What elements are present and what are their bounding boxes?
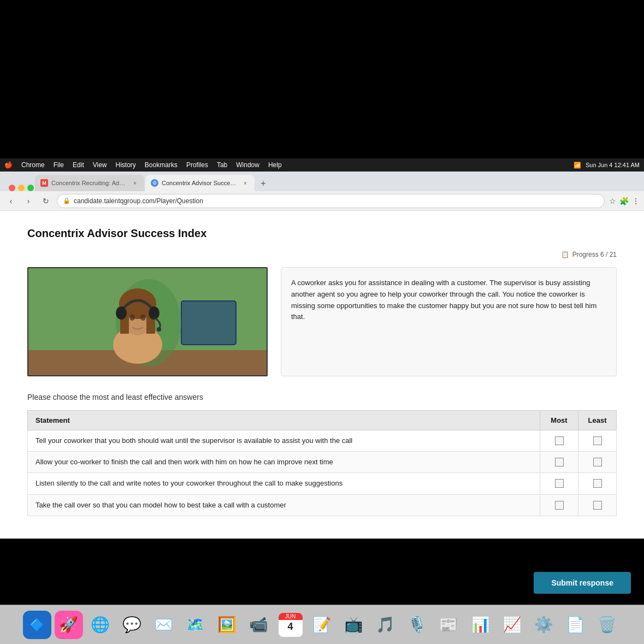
word-icon[interactable]: 📄 — [562, 611, 590, 639]
finder-icon[interactable]: 🔷 — [23, 611, 51, 639]
menu-tab[interactable]: Tab — [217, 161, 227, 169]
most-checkbox-2[interactable] — [555, 479, 564, 488]
most-checkbox-0[interactable] — [555, 436, 564, 445]
most-cell-1[interactable] — [540, 452, 578, 473]
notes-icon[interactable]: 📝 — [308, 611, 336, 639]
calendar-icon[interactable]: JUN 4 — [276, 611, 305, 639]
table-row: Listen silently to the call and write no… — [28, 473, 617, 494]
maps-icon[interactable]: 🗺️ — [181, 611, 210, 639]
gmail-tab-icon: M — [40, 179, 48, 187]
keynote-icon[interactable]: 📈 — [498, 611, 527, 639]
svg-point-12 — [157, 327, 161, 332]
scenario-area: A coworker asks you for assistance in de… — [27, 267, 617, 376]
maximize-dot[interactable] — [27, 185, 34, 191]
gmail-tab-label: Concentrix Recruiting: Advanc... — [51, 180, 128, 186]
menu-view[interactable]: View — [93, 161, 107, 169]
least-cell-0[interactable] — [578, 430, 617, 452]
concentrix-tab-close[interactable]: × — [241, 179, 249, 187]
messages-icon[interactable]: 💬 — [118, 611, 146, 639]
menu-bookmarks[interactable]: Bookmarks — [145, 161, 178, 169]
progress-text: Progress 6 / 21 — [572, 251, 617, 258]
svg-point-13 — [129, 314, 135, 321]
most-checkbox-3[interactable] — [555, 501, 564, 510]
minimize-dot[interactable] — [18, 185, 25, 191]
address-bar: ‹ › ↻ 🔒 candidate.talentqgroup.com/Playe… — [0, 191, 644, 211]
instructions-text: Please choose the most and least effecti… — [27, 393, 617, 401]
submit-button[interactable]: Submit response — [534, 572, 631, 594]
statement-cell-1: Allow your co-worker to finish the call … — [28, 452, 540, 473]
menu-profiles[interactable]: Profiles — [186, 161, 208, 169]
most-cell-3[interactable] — [540, 494, 578, 516]
menu-edit[interactable]: Edit — [73, 161, 84, 169]
lock-icon: 🔒 — [63, 197, 70, 204]
menu-icon[interactable]: ⋮ — [632, 197, 640, 205]
gmail-tab-close[interactable]: × — [131, 179, 139, 187]
response-table: Statement Most Least Tell your coworker … — [27, 410, 617, 516]
scenario-image-visual — [28, 268, 267, 375]
extension-icon[interactable]: 🧩 — [619, 197, 629, 205]
least-checkbox-1[interactable] — [593, 458, 602, 466]
table-row: Take the call over so that you can model… — [28, 494, 617, 516]
close-dot[interactable] — [9, 185, 15, 191]
back-button[interactable]: ‹ — [4, 194, 17, 208]
table-row: Tell your coworker that you both should … — [28, 430, 617, 452]
facetime-icon[interactable]: 📹 — [245, 611, 273, 639]
svg-rect-2 — [181, 301, 236, 345]
news-icon[interactable]: 📰 — [435, 611, 463, 639]
svg-point-10 — [116, 306, 127, 320]
menu-bar-right: 📶 Sun Jun 4 12:41 AM — [574, 162, 640, 169]
progress-indicator: 📋 Progress 6 / 21 — [27, 251, 617, 258]
menu-help[interactable]: Help — [268, 161, 282, 169]
photos-icon[interactable]: 🖼️ — [213, 611, 241, 639]
tab-gmail[interactable]: M Concentrix Recruiting: Advanc... × — [35, 175, 144, 191]
url-bar[interactable]: 🔒 candidate.talentqgroup.com/Player/Ques… — [57, 194, 605, 208]
most-checkbox-1[interactable] — [555, 458, 564, 466]
svg-point-14 — [140, 314, 146, 321]
appletv-icon[interactable]: 📺 — [340, 611, 368, 639]
url-text: candidate.talentqgroup.com/Player/Questi… — [74, 197, 203, 205]
concentrix-tab-label: Concentrix Advisor Success In... — [162, 180, 238, 186]
menu-window[interactable]: Window — [236, 161, 259, 169]
apple-menu[interactable]: 🍎 — [4, 161, 13, 169]
wifi-icon: 📶 — [574, 162, 581, 169]
scenario-description: A coworker asks you for assistance in de… — [281, 267, 617, 376]
bookmark-icon[interactable]: ☆ — [609, 197, 616, 205]
least-cell-2[interactable] — [578, 473, 617, 494]
launchpad-icon[interactable]: 🚀 — [55, 611, 83, 639]
settings-icon[interactable]: ⚙️ — [530, 611, 558, 639]
statement-cell-2: Listen silently to the call and write no… — [28, 473, 540, 494]
macos-menu-bar: 🍎 Chrome File Edit View History Bookmark… — [0, 158, 644, 172]
least-checkbox-0[interactable] — [593, 436, 602, 445]
reload-button[interactable]: ↻ — [39, 194, 52, 208]
numbers-icon[interactable]: 📊 — [466, 611, 495, 639]
most-cell-2[interactable] — [540, 473, 578, 494]
menu-history[interactable]: History — [116, 161, 136, 169]
least-checkbox-3[interactable] — [593, 501, 602, 510]
least-cell-1[interactable] — [578, 452, 617, 473]
chrome-icon[interactable]: 🌐 — [86, 611, 115, 639]
menu-file[interactable]: File — [54, 161, 64, 169]
mail-icon[interactable]: ✉️ — [150, 611, 178, 639]
new-tab-button[interactable]: + — [256, 176, 271, 191]
time-display: Sun Jun 4 12:41 AM — [586, 162, 640, 168]
podcasts-icon[interactable]: 🎙️ — [403, 611, 432, 639]
tab-bar: M Concentrix Recruiting: Advanc... × ⚙ C… — [0, 172, 644, 191]
least-checkbox-2[interactable] — [593, 479, 602, 488]
statement-header: Statement — [28, 411, 540, 430]
music-icon[interactable]: 🎵 — [371, 611, 400, 639]
chrome-window: M Concentrix Recruiting: Advanc... × ⚙ C… — [0, 172, 644, 539]
browser-toolbar: ☆ 🧩 ⋮ — [609, 197, 640, 205]
dock: 🔷 🚀 🌐 💬 ✉️ 🗺️ 🖼️ 📹 JUN 4 📝 📺 🎵 🎙️ 📰 📊 📈 … — [0, 605, 644, 644]
most-cell-0[interactable] — [540, 430, 578, 452]
least-header: Least — [578, 411, 617, 430]
statement-cell-3: Take the call over so that you can model… — [28, 494, 540, 516]
concentrix-tab-icon: ⚙ — [151, 179, 158, 187]
least-cell-3[interactable] — [578, 494, 617, 516]
trash-icon[interactable]: 🗑️ — [593, 611, 622, 639]
submit-bar: Submit response — [0, 565, 644, 600]
table-row: Allow your co-worker to finish the call … — [28, 452, 617, 473]
menu-chrome[interactable]: Chrome — [21, 161, 45, 169]
tab-concentrix[interactable]: ⚙ Concentrix Advisor Success In... × — [145, 175, 255, 191]
page-title: Concentrix Advisor Success Index — [27, 227, 617, 240]
forward-button[interactable]: › — [22, 194, 35, 208]
